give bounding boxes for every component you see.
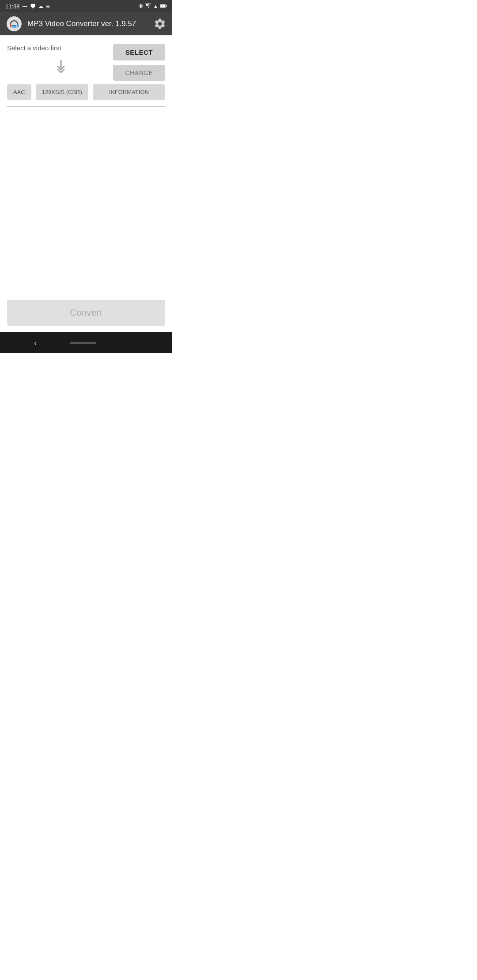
status-right: ▲: [138, 3, 167, 10]
svg-rect-4: [143, 4, 143, 7]
aac-button[interactable]: AAC: [7, 84, 31, 100]
vibrate-icon: [138, 3, 144, 10]
app-bar: MP3 MP3 Video Converter ver. 1.9.57: [0, 12, 172, 35]
svg-rect-0: [31, 4, 35, 7]
svg-rect-8: [160, 4, 165, 7]
status-bar: 11:38 ▪▪▪ ☁ ⊕ ▲: [0, 0, 172, 12]
svg-rect-2: [140, 4, 142, 8]
vpn-icon: ⊕: [46, 4, 50, 9]
settings-icon[interactable]: [154, 18, 166, 30]
svg-rect-3: [139, 4, 140, 7]
svg-point-9: [7, 16, 22, 31]
video-buttons-right: SELECT CHANGE: [113, 44, 165, 81]
convert-button[interactable]: Convert: [7, 300, 165, 326]
nav-bar: ‹: [0, 332, 172, 353]
select-button[interactable]: SELECT: [113, 44, 165, 60]
empty-area: [0, 107, 172, 296]
options-row: AAC 128KB/S (CBR) INFORMATION: [7, 84, 165, 100]
signal-icon: ▲: [153, 4, 158, 9]
svg-point-5: [148, 7, 149, 8]
bitrate-button[interactable]: 128KB/S (CBR): [36, 84, 88, 100]
home-pill[interactable]: [70, 342, 96, 344]
svg-rect-10: [10, 24, 11, 27]
battery-icon: [160, 4, 167, 9]
svg-rect-11: [17, 24, 19, 27]
back-button[interactable]: ‹: [34, 338, 37, 348]
app-wrapper: 11:38 ▪▪▪ ☁ ⊕ ▲: [0, 0, 172, 353]
time-display: 11:38: [5, 3, 20, 10]
convert-section: Convert: [0, 295, 172, 332]
notification-icon: [30, 3, 36, 10]
svg-rect-1: [32, 7, 34, 8]
video-selection-section: Select a video first. SELECT CHANGE: [7, 44, 165, 81]
change-button[interactable]: CHANGE: [113, 65, 165, 81]
content-area: Select a video first. SELECT CHANGE: [0, 35, 172, 332]
status-left: 11:38 ▪▪▪ ☁ ⊕: [5, 3, 50, 10]
svg-rect-7: [166, 5, 167, 7]
information-button[interactable]: INFORMATION: [93, 84, 165, 100]
download-arrow-icon: [52, 57, 70, 75]
cloud-icon: ☁: [38, 4, 43, 9]
download-icon-container: [16, 57, 106, 75]
wifi-icon: [145, 4, 151, 9]
top-content: Select a video first. SELECT CHANGE: [0, 35, 172, 107]
svg-text:MP3: MP3: [12, 26, 16, 28]
select-video-prompt: Select a video first.: [7, 44, 106, 52]
app-logo: MP3: [6, 16, 22, 32]
signal-bars-icon: ▪▪▪: [23, 4, 28, 9]
app-title: MP3 Video Converter ver. 1.9.57: [27, 19, 148, 28]
video-select-left: Select a video first.: [7, 44, 106, 75]
